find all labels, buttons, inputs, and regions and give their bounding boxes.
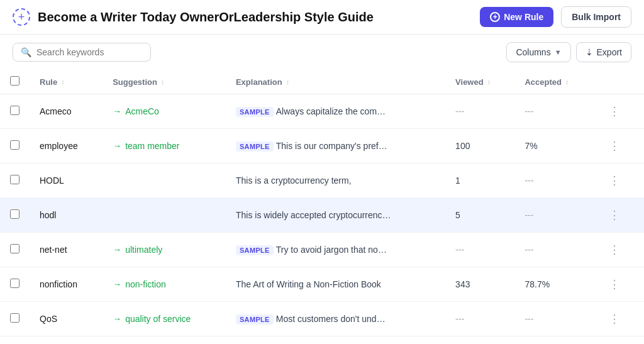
row-actions-button[interactable]: ⋮	[605, 276, 624, 292]
select-all-cell[interactable]	[0, 70, 30, 94]
table-row: nonfiction→non-fictionThe Art of Writing…	[0, 267, 644, 302]
row-checkbox-cell[interactable]	[0, 233, 30, 267]
table-head: Rule ↕ Suggestion ↕ Explanation ↕ Viewed	[0, 70, 644, 94]
row-actions-cell[interactable]: ⋮	[595, 164, 644, 198]
row-accepted: 78.7%	[514, 267, 595, 302]
arrow-right-icon: →	[113, 141, 121, 151]
explanation-text: This is widely accepted cryptocurrenc…	[236, 210, 391, 220]
table-row: HODLThis is a cryptocurrency term,1---⋮	[0, 164, 644, 198]
row-checkbox[interactable]	[10, 209, 19, 219]
row-explanation: This is widely accepted cryptocurrenc…	[226, 198, 445, 233]
row-checkbox[interactable]	[10, 279, 19, 288]
row-actions-button[interactable]: ⋮	[605, 311, 624, 327]
sort-suggestion-icon[interactable]: ↕	[161, 78, 165, 86]
row-actions-button[interactable]: ⋮	[605, 241, 624, 258]
row-actions-button[interactable]: ⋮	[605, 138, 624, 154]
row-rule: Acmeco	[30, 94, 103, 129]
page-title: Become a Writer Today OwnerOrLeadership …	[38, 10, 472, 25]
table-row: employee→team memberSAMPLEThis is our co…	[0, 129, 644, 164]
suggestion-text: non-fiction	[125, 279, 166, 289]
row-accepted: ---	[514, 198, 595, 233]
row-explanation: This is a cryptocurrency term,	[226, 164, 445, 198]
row-rule: HODL	[30, 164, 103, 198]
row-checkbox[interactable]	[10, 313, 19, 323]
export-button[interactable]: ⇣ Export	[576, 42, 631, 62]
row-actions-cell[interactable]: ⋮	[595, 233, 644, 267]
search-input[interactable]	[36, 47, 143, 57]
columns-button[interactable]: Columns ▼	[506, 42, 570, 62]
rules-table: Rule ↕ Suggestion ↕ Explanation ↕ Viewed	[0, 70, 644, 336]
explanation-text: This is a cryptocurrency term,	[236, 175, 352, 186]
row-actions-button[interactable]: ⋮	[605, 103, 624, 119]
arrow-right-icon: →	[113, 245, 121, 255]
row-accepted: ---	[514, 94, 595, 129]
export-icon: ⇣	[586, 47, 593, 57]
suggestion-text: quality of service	[125, 314, 191, 324]
row-checkbox-cell[interactable]	[0, 164, 30, 198]
row-actions-cell[interactable]: ⋮	[595, 302, 644, 336]
explanation-text: Always capitalize the com…	[276, 106, 386, 116]
row-actions-cell[interactable]: ⋮	[595, 94, 644, 129]
page-header: + Become a Writer Today OwnerOrLeadershi…	[0, 0, 644, 35]
new-rule-button[interactable]: + New Rule	[480, 7, 553, 27]
row-accepted: ---	[514, 164, 595, 198]
select-all-checkbox[interactable]	[10, 76, 19, 86]
search-icon: 🔍	[21, 47, 31, 57]
explanation-text: This is our company's pref…	[276, 141, 387, 151]
row-rule: employee	[30, 129, 103, 164]
bulk-import-button[interactable]: Bulk Import	[561, 6, 631, 28]
sample-badge: SAMPLE	[236, 245, 274, 255]
row-checkbox-cell[interactable]	[0, 267, 30, 302]
row-checkbox-cell[interactable]	[0, 129, 30, 164]
table-row: net-net→ultimatelySAMPLETry to avoid jar…	[0, 233, 644, 267]
row-actions-cell[interactable]: ⋮	[595, 129, 644, 164]
row-rule: hodl	[30, 198, 103, 233]
row-checkbox[interactable]	[10, 175, 19, 184]
col-actions	[595, 70, 644, 94]
row-accepted: 7%	[514, 129, 595, 164]
row-suggestion: →quality of service	[103, 302, 226, 336]
row-checkbox[interactable]	[10, 106, 19, 115]
sample-badge: SAMPLE	[236, 141, 274, 152]
search-wrapper[interactable]: 🔍	[13, 43, 151, 62]
chevron-down-icon: ▼	[555, 48, 562, 56]
row-actions-cell[interactable]: ⋮	[595, 267, 644, 302]
plus-circle-icon: +	[490, 12, 500, 22]
row-actions-button[interactable]: ⋮	[605, 172, 624, 189]
row-accepted: ---	[514, 233, 595, 267]
sort-accepted-icon[interactable]: ↕	[565, 78, 569, 86]
row-viewed: ---	[445, 94, 514, 129]
arrow-right-icon: →	[113, 106, 121, 116]
row-suggestion	[103, 198, 226, 233]
col-viewed: Viewed ↕	[445, 70, 514, 94]
row-checkbox-cell[interactable]	[0, 94, 30, 129]
row-accepted: ---	[514, 302, 595, 336]
row-actions-button[interactable]: ⋮	[605, 207, 624, 223]
row-rule: net-net	[30, 233, 103, 267]
row-suggestion	[103, 164, 226, 198]
header-icon: +	[13, 8, 30, 26]
row-explanation: SAMPLEThis is our company's pref…	[226, 129, 445, 164]
row-checkbox-cell[interactable]	[0, 302, 30, 336]
sort-explanation-icon[interactable]: ↕	[286, 78, 290, 86]
sort-viewed-icon[interactable]: ↕	[487, 78, 491, 86]
col-accepted: Accepted ↕	[514, 70, 595, 94]
sample-badge: SAMPLE	[236, 107, 274, 117]
sample-badge: SAMPLE	[236, 314, 274, 325]
row-viewed: ---	[445, 302, 514, 336]
suggestion-text: AcmeCo	[125, 106, 159, 116]
row-actions-cell[interactable]: ⋮	[595, 198, 644, 233]
row-explanation: The Art of Writing a Non-Fiction Book	[226, 267, 445, 302]
row-checkbox[interactable]	[10, 140, 19, 150]
row-suggestion: →ultimately	[103, 233, 226, 267]
table-row: Acmeco→AcmeCoSAMPLEAlways capitalize the…	[0, 94, 644, 129]
toolbar: 🔍 Columns ▼ ⇣ Export	[0, 35, 644, 70]
table-row: QoS→quality of serviceSAMPLEMost custome…	[0, 302, 644, 336]
row-viewed: ---	[445, 233, 514, 267]
row-checkbox-cell[interactable]	[0, 198, 30, 233]
row-checkbox[interactable]	[10, 244, 19, 253]
sort-rule-icon[interactable]: ↕	[61, 78, 65, 86]
col-rule: Rule ↕	[30, 70, 103, 94]
row-explanation: SAMPLEMost customers don't und…	[226, 302, 445, 336]
toolbar-right: Columns ▼ ⇣ Export	[506, 42, 631, 62]
